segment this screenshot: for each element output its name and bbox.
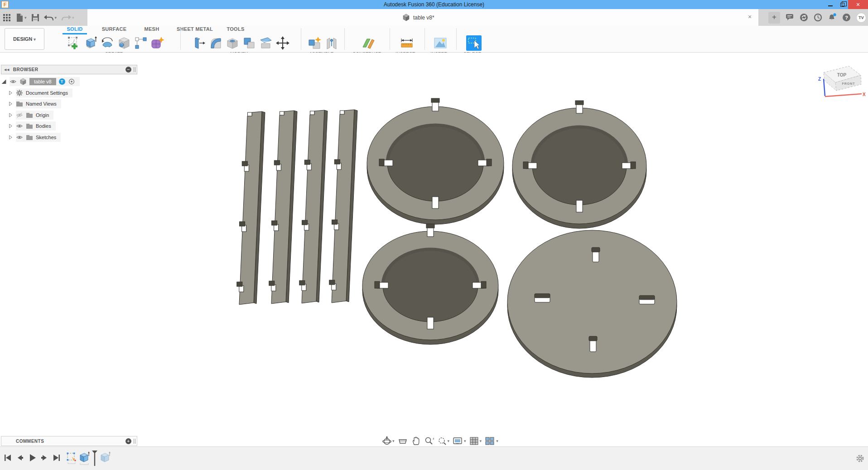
collapsed-arrow-icon[interactable]: [8, 89, 13, 97]
save-button[interactable]: [31, 14, 39, 22]
tab-sheet-metal[interactable]: SHEET METAL: [176, 26, 214, 32]
tab-surface[interactable]: SURFACE: [101, 26, 128, 32]
tab-tools[interactable]: TOOLS: [225, 26, 246, 32]
tree-label: Named Views: [26, 101, 57, 107]
ring-1[interactable]: [367, 98, 504, 224]
visibility-eye-icon[interactable]: [16, 122, 23, 130]
help-button[interactable]: ?: [842, 13, 851, 22]
app-grid-button[interactable]: [3, 14, 11, 22]
undo-button[interactable]: ▾: [44, 14, 57, 22]
minimize-button[interactable]: [825, 0, 836, 9]
slat-1[interactable]: [237, 111, 265, 305]
rectangular-pattern-button[interactable]: [133, 35, 149, 51]
ring-3[interactable]: [362, 224, 498, 344]
view-cube[interactable]: TOP FRONT Z X: [815, 61, 867, 110]
job-status-button[interactable]: [800, 13, 808, 22]
activate-radio-icon[interactable]: [68, 78, 75, 85]
redo-button[interactable]: ▾: [61, 14, 74, 22]
close-button[interactable]: ×: [848, 0, 868, 9]
look-at-button[interactable]: [398, 436, 408, 446]
fit-button[interactable]: ▾: [437, 436, 450, 446]
revolve-button[interactable]: [100, 35, 115, 51]
insert-button[interactable]: [433, 35, 448, 51]
move-copy-button[interactable]: [275, 35, 290, 51]
grid-snap-button[interactable]: ▾: [469, 436, 482, 446]
shell-button[interactable]: [225, 35, 240, 51]
collapsed-arrow-icon[interactable]: [8, 111, 13, 119]
pan-button[interactable]: [411, 436, 421, 446]
folder-icon: [26, 111, 33, 119]
fillet-icon: [209, 36, 222, 50]
user-avatar[interactable]: TV: [856, 13, 866, 23]
design-workspace-dropdown[interactable]: DESIGN ▾: [5, 28, 44, 50]
x-axis: [825, 94, 862, 97]
collapsed-arrow-icon[interactable]: [8, 134, 13, 141]
create-sketch-button[interactable]: [66, 35, 82, 51]
tree-row-named-views[interactable]: Named Views: [1, 98, 137, 110]
ring-2[interactable]: [512, 101, 646, 228]
collapsed-arrow-icon[interactable]: [8, 122, 13, 130]
collapsed-arrow-icon[interactable]: [8, 100, 13, 107]
split-body-button[interactable]: [258, 35, 274, 51]
slat-2[interactable]: [269, 111, 297, 304]
visibility-off-icon[interactable]: [16, 111, 23, 119]
new-tab-button[interactable]: +: [768, 12, 780, 24]
notifications-button[interactable]: [828, 13, 837, 22]
shell-icon: [226, 36, 239, 50]
expanded-arrow-icon[interactable]: [1, 78, 7, 85]
timeline-sketch-feature[interactable]: [66, 451, 77, 466]
history-button[interactable]: [814, 13, 822, 22]
fillet-button[interactable]: [208, 35, 223, 51]
display-settings-button[interactable]: ▾: [453, 436, 466, 446]
disc-top[interactable]: [507, 230, 677, 378]
folder-icon: [26, 122, 33, 130]
go-to-start-button[interactable]: [4, 453, 12, 462]
tree-row-root[interactable]: table v8 T: [1, 76, 137, 87]
slat-4[interactable]: [329, 110, 357, 303]
play-button[interactable]: [28, 453, 36, 462]
viewports-button[interactable]: ▾: [485, 436, 498, 446]
root-component-label[interactable]: table v8: [29, 78, 56, 85]
zoom-button[interactable]: ±: [424, 436, 434, 446]
comments-bar[interactable]: COMMENTS +: [1, 436, 137, 446]
comments-feed-button[interactable]: [786, 14, 794, 21]
tree-row-document-settings[interactable]: Document Settings: [1, 87, 137, 99]
step-back-button[interactable]: [16, 453, 24, 462]
step-forward-button[interactable]: [40, 453, 48, 462]
browser-header[interactable]: ◀◀ BROWSER −: [1, 65, 137, 74]
new-component-button[interactable]: [307, 35, 323, 51]
collapse-panel-icon[interactable]: ◀◀: [4, 68, 10, 72]
viewport[interactable]: ◀◀ BROWSER − table v8 T: [0, 53, 868, 446]
timeline-position-marker[interactable]: [92, 451, 98, 467]
tab-mesh[interactable]: MESH: [141, 26, 162, 32]
combine-button[interactable]: [241, 35, 257, 51]
orbit-button[interactable]: ▾: [382, 436, 395, 446]
construction-plane-button[interactable]: [361, 35, 376, 51]
tree-row-sketches[interactable]: Sketches: [1, 132, 137, 143]
timeline-extrude-feature[interactable]: [78, 451, 90, 466]
comments-resize-grip[interactable]: [134, 439, 135, 444]
tab-solid[interactable]: SOLID: [63, 26, 87, 32]
add-comment-button[interactable]: +: [125, 438, 131, 444]
go-to-end-button[interactable]: [53, 453, 61, 462]
browser-collapse-button[interactable]: −: [125, 67, 131, 73]
select-button[interactable]: [466, 35, 482, 51]
create-form-button[interactable]: [150, 35, 165, 51]
close-document-icon[interactable]: ×: [746, 13, 754, 20]
file-menu-button[interactable]: ▾: [15, 13, 27, 22]
browser-resize-grip[interactable]: [134, 67, 135, 72]
hole-button[interactable]: [116, 35, 132, 51]
timeline-suppressed-feature[interactable]: [99, 451, 111, 466]
tree-row-origin[interactable]: Origin: [1, 110, 137, 121]
restore-button[interactable]: [836, 0, 848, 9]
document-tab[interactable]: table v8*: [399, 9, 438, 26]
timeline-settings-button[interactable]: [856, 454, 864, 463]
extrude-button[interactable]: [83, 35, 98, 51]
measure-button[interactable]: [399, 35, 415, 51]
tree-row-bodies[interactable]: Bodies: [1, 121, 137, 132]
slat-3[interactable]: [299, 110, 328, 303]
visibility-eye-icon[interactable]: [10, 78, 17, 85]
visibility-eye-icon[interactable]: [16, 134, 23, 141]
press-pull-button[interactable]: [191, 35, 207, 51]
joint-button[interactable]: [324, 35, 339, 51]
